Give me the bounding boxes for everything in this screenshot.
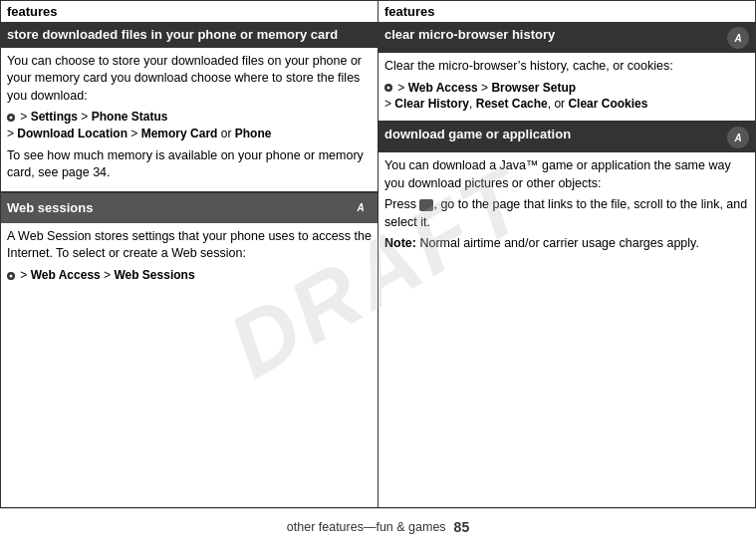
left-section2-header: Web sessions A: [1, 193, 378, 223]
right-section1-title: clear micro-browser history: [384, 27, 555, 42]
left-section1-header: store downloaded files in your phone or …: [1, 23, 378, 48]
right-section1-text: Clear the micro-browser’s history, cache…: [384, 58, 749, 76]
left-header-text: features: [7, 4, 58, 19]
note-text: Normal airtime and/or carrier usage char…: [416, 236, 699, 250]
left-section1-body: You can choose to store your downloaded …: [1, 48, 378, 192]
clear-history-icon: A: [727, 27, 749, 49]
right-section2-header: download game or application A: [378, 123, 755, 152]
bullet-icon3: [384, 84, 392, 92]
left-section1-nav1: > Settings > Phone Status > Download Loc…: [7, 109, 372, 142]
right-section2-note: Note: Normal airtime and/or carrier usag…: [384, 235, 749, 253]
right-section2-body: You can download a Java™ game or applica…: [378, 152, 755, 262]
footer-bar: other features—fun & games 85: [0, 508, 756, 545]
right-section1-body: Clear the micro-browser’s history, cache…: [378, 53, 755, 122]
left-section2-title: Web sessions: [7, 200, 93, 215]
right-section1-header: clear micro-browser history A: [378, 23, 755, 53]
press-button-icon: [419, 199, 433, 211]
right-section2-text1: You can download a Java™ game or applica…: [384, 157, 749, 192]
page-number: 85: [454, 519, 470, 535]
web-session-icon: A: [350, 197, 372, 219]
note-label: Note:: [384, 236, 416, 250]
left-features-header: features: [1, 1, 378, 23]
left-section1-title: store downloaded files in your phone or …: [7, 27, 338, 42]
footer-label: other features—fun & games: [287, 520, 446, 534]
right-header-text: features: [384, 4, 435, 19]
bullet-icon2: [7, 272, 15, 280]
right-section2-text2: Press , go to the page that links to the…: [384, 196, 749, 231]
right-features-header: features: [378, 1, 755, 23]
right-section2-title: download game or application: [384, 127, 571, 141]
left-section2-nav: > Web Access > Web Sessions: [7, 267, 372, 284]
left-section1-text1: You can choose to store your downloaded …: [7, 53, 372, 106]
left-section1-text2: To see how much memory is available on y…: [7, 147, 372, 182]
right-section1-nav: > Web Access > Browser Setup > Clear His…: [384, 80, 749, 114]
bullet-icon: [7, 114, 15, 122]
download-game-icon: A: [727, 127, 749, 148]
left-section2-body: A Web Session stores settings that your …: [1, 223, 378, 292]
left-section2-text: A Web Session stores settings that your …: [7, 228, 372, 263]
